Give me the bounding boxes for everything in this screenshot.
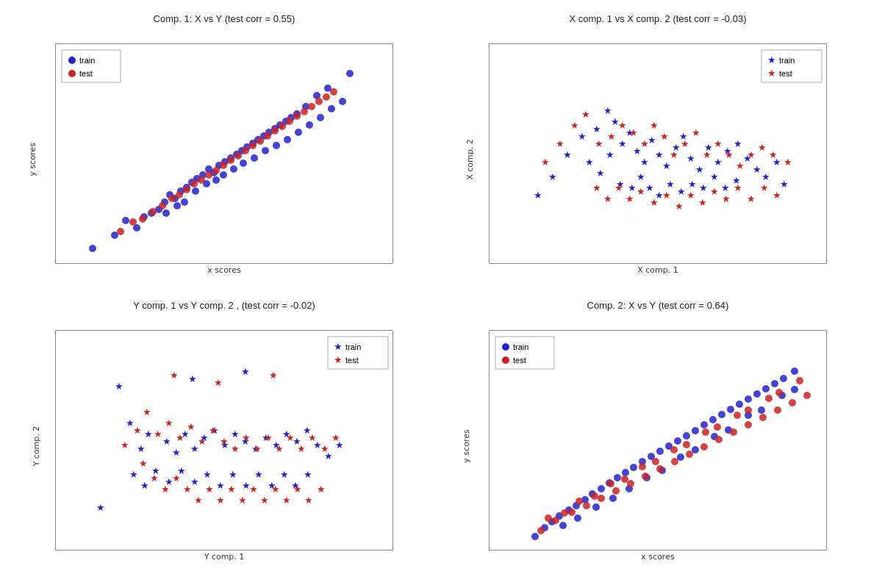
svg-point-79	[286, 118, 293, 125]
svg-text:★: ★	[214, 377, 223, 388]
plot-br-ylabel: y scores	[462, 429, 471, 462]
svg-point-312	[552, 517, 559, 524]
svg-point-72	[234, 152, 242, 159]
svg-point-58	[117, 228, 124, 235]
svg-point-73	[242, 147, 249, 154]
svg-text:★: ★	[304, 495, 313, 506]
svg-point-263	[502, 356, 509, 364]
svg-point-339	[561, 509, 568, 517]
plot-br-canvas: train test	[489, 330, 827, 551]
svg-point-325	[745, 421, 752, 429]
svg-point-290	[745, 395, 752, 403]
svg-point-294	[780, 375, 787, 382]
svg-point-313	[568, 509, 576, 516]
svg-text:★: ★	[686, 190, 695, 201]
svg-point-265	[531, 533, 539, 540]
svg-text:★: ★	[650, 120, 659, 131]
svg-point-336	[734, 412, 741, 419]
svg-text:★: ★	[541, 157, 550, 168]
svg-point-71	[227, 157, 234, 164]
svg-point-280	[656, 448, 664, 455]
svg-text:test: test	[79, 69, 93, 78]
cell-bottom-left: Y comp. 1 vs Y comp. 2 , (test corr = -0…	[7, 294, 441, 581]
svg-text:★: ★	[254, 469, 263, 480]
svg-point-53	[295, 129, 302, 136]
svg-text:★: ★	[758, 142, 767, 153]
svg-text:★: ★	[198, 436, 207, 447]
svg-point-43	[192, 187, 199, 195]
svg-point-332	[607, 480, 614, 487]
svg-point-331	[576, 498, 583, 505]
svg-text:★: ★	[133, 425, 142, 436]
svg-text:★: ★	[625, 193, 634, 204]
svg-point-314	[583, 502, 590, 509]
svg-point-70	[220, 162, 227, 169]
svg-text:★: ★	[710, 171, 719, 182]
svg-text:★: ★	[710, 186, 719, 197]
svg-text:★: ★	[209, 425, 218, 436]
svg-point-55	[317, 114, 324, 121]
svg-point-261	[502, 343, 509, 351]
svg-text:★: ★	[231, 429, 240, 440]
svg-text:★: ★	[242, 432, 251, 443]
svg-point-67	[198, 176, 205, 184]
plot-bl-svg: ★ train ★ test ★ ★ ★ ★ ★ ★ ★ ★ ★	[56, 331, 394, 551]
svg-point-54	[306, 121, 313, 129]
svg-point-74	[249, 142, 257, 149]
svg-text:★: ★	[760, 182, 769, 193]
svg-point-323	[715, 436, 723, 443]
svg-text:★: ★	[606, 149, 614, 160]
svg-text:★: ★	[548, 171, 557, 182]
plot-tl-area: y scores train test	[15, 27, 434, 291]
svg-text:★: ★	[216, 480, 225, 491]
svg-text:★: ★	[241, 366, 250, 377]
svg-text:★: ★	[695, 164, 704, 175]
svg-text:train: train	[513, 343, 528, 351]
svg-text:★: ★	[187, 421, 196, 432]
svg-point-288	[727, 406, 734, 413]
svg-point-287	[718, 411, 725, 418]
svg-point-315	[598, 495, 605, 502]
svg-text:★: ★	[714, 157, 723, 168]
svg-point-69	[212, 167, 220, 174]
svg-text:★: ★	[260, 495, 269, 506]
svg-text:★: ★	[297, 443, 306, 454]
svg-point-61	[149, 208, 157, 215]
svg-text:★: ★	[596, 168, 605, 179]
svg-text:★: ★	[334, 354, 343, 365]
svg-point-276	[622, 469, 629, 476]
svg-text:★: ★	[334, 341, 343, 352]
svg-text:★: ★	[734, 182, 742, 193]
svg-text:★: ★	[650, 197, 659, 208]
svg-point-344	[714, 423, 721, 431]
svg-text:★: ★	[96, 502, 105, 513]
svg-point-319	[656, 465, 664, 473]
svg-text:★: ★	[308, 432, 317, 443]
svg-point-289	[736, 401, 743, 408]
plot-br-area: y scores train test	[448, 314, 867, 578]
plot-tl-svg: train test	[56, 44, 394, 265]
svg-text:★: ★	[747, 193, 756, 204]
svg-text:★: ★	[581, 109, 590, 120]
svg-text:★: ★	[767, 68, 776, 79]
svg-text:★: ★	[607, 131, 616, 142]
plot-br-title: Comp. 2: X vs Y (test corr = 0.64)	[587, 300, 729, 311]
svg-point-334	[670, 446, 678, 453]
svg-point-335	[702, 429, 709, 436]
svg-point-318	[642, 473, 649, 480]
svg-text:★: ★	[143, 406, 151, 417]
svg-text:★: ★	[150, 473, 159, 484]
svg-point-345	[745, 406, 752, 414]
svg-text:★: ★	[162, 436, 171, 447]
svg-point-340	[591, 492, 598, 500]
svg-text:★: ★	[699, 182, 708, 193]
plot-bl-title: Y comp. 1 vs Y comp. 2 , (test corr = -0…	[133, 300, 315, 311]
svg-text:★: ★	[172, 473, 181, 484]
svg-text:★: ★	[753, 164, 761, 175]
svg-text:★: ★	[220, 436, 229, 447]
svg-text:★: ★	[563, 149, 572, 160]
svg-point-273	[598, 485, 605, 492]
svg-point-56	[328, 105, 335, 112]
plot-tr-svg: ★ train ★ test ★ ★ ★ ★ ★ ★ ★	[490, 44, 828, 265]
plot-br-svg: train test	[490, 331, 828, 551]
